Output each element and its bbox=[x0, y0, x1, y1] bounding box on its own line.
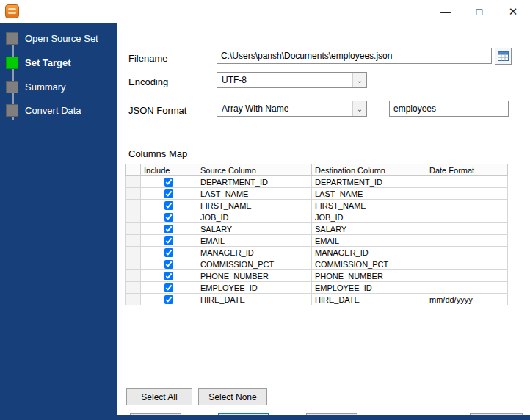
table-row: FIRST_NAMEFIRST_NAME bbox=[126, 200, 508, 211]
source-column-cell: PHONE_NUMBER bbox=[197, 270, 312, 282]
row-selector-cell[interactable] bbox=[126, 235, 141, 247]
grid-file-icon bbox=[498, 51, 509, 61]
include-checkbox[interactable] bbox=[164, 236, 173, 245]
include-cell bbox=[141, 176, 197, 188]
step-label: Convert Data bbox=[25, 105, 81, 116]
maximize-button[interactable]: □ bbox=[462, 0, 496, 23]
row-selector-cell[interactable] bbox=[126, 294, 141, 305]
include-cell bbox=[141, 294, 197, 305]
row-selector-cell[interactable] bbox=[126, 223, 141, 235]
include-checkbox[interactable] bbox=[164, 225, 173, 233]
step-square-icon-active bbox=[6, 57, 18, 69]
caption-buttons: — □ ✕ bbox=[429, 0, 530, 23]
include-checkbox[interactable] bbox=[164, 201, 173, 210]
select-none-button[interactable]: Select None bbox=[198, 388, 267, 405]
date-format-cell bbox=[426, 247, 508, 258]
destination-column-cell: LAST_NAME bbox=[312, 188, 426, 200]
sidebar-step-summary[interactable]: Summary bbox=[6, 81, 66, 93]
columns-map-title: Columns Map bbox=[128, 148, 187, 159]
include-cell bbox=[141, 211, 197, 223]
select-all-button[interactable]: Select All bbox=[126, 388, 192, 405]
columns-map-grid: IncludeSource ColumnDestination ColumnDa… bbox=[125, 164, 507, 384]
table-row: EMAILEMAIL bbox=[126, 235, 508, 247]
json-format-select[interactable]: Array With Name ⌄ bbox=[217, 101, 367, 117]
main-content: Filename C:\Users\pansh\Documents\employ… bbox=[117, 23, 530, 415]
source-column-cell: COMMISSION_PCT bbox=[197, 258, 312, 270]
sidebar-step-open-source-set[interactable]: Open Source Set bbox=[6, 32, 98, 45]
destination-column-cell: SALARY bbox=[312, 223, 426, 235]
include-checkbox[interactable] bbox=[164, 295, 173, 304]
row-selector-cell[interactable] bbox=[126, 200, 141, 211]
table-row: COMMISSION_PCTCOMMISSION_PCT bbox=[126, 258, 508, 270]
column-header[interactable]: Include bbox=[141, 164, 197, 176]
chevron-down-icon: ⌄ bbox=[352, 73, 366, 87]
source-column-cell: DEPARTMENT_ID bbox=[197, 176, 312, 188]
row-selector-cell[interactable] bbox=[126, 282, 141, 294]
date-format-cell bbox=[426, 176, 508, 188]
row-selector-cell[interactable] bbox=[126, 211, 141, 223]
include-checkbox[interactable] bbox=[164, 178, 173, 187]
table-header-row: IncludeSource ColumnDestination ColumnDa… bbox=[126, 164, 508, 176]
step-square-icon bbox=[6, 32, 18, 45]
include-checkbox[interactable] bbox=[164, 283, 173, 292]
include-checkbox[interactable] bbox=[164, 213, 173, 222]
table-row: JOB_IDJOB_ID bbox=[126, 211, 508, 223]
encoding-label: Encoding bbox=[128, 76, 168, 87]
row-selector-cell[interactable] bbox=[126, 176, 141, 188]
include-checkbox[interactable] bbox=[164, 248, 173, 257]
date-format-cell bbox=[426, 223, 508, 235]
browse-button[interactable] bbox=[495, 48, 512, 65]
destination-column-cell: PHONE_NUMBER bbox=[312, 270, 426, 282]
date-format-cell bbox=[426, 235, 508, 247]
include-checkbox[interactable] bbox=[164, 272, 173, 280]
source-column-cell: MANAGER_ID bbox=[197, 247, 312, 258]
json-format-selected-value: Array With Name bbox=[217, 104, 352, 114]
step-label: Summary bbox=[25, 82, 66, 93]
column-header[interactable]: Source Column bbox=[197, 164, 312, 176]
chevron-down-icon: ⌄ bbox=[352, 101, 366, 116]
row-selector-cell[interactable] bbox=[126, 270, 141, 282]
include-checkbox[interactable] bbox=[164, 260, 173, 269]
table-row: EMPLOYEE_IDEMPLOYEE_ID bbox=[126, 282, 508, 294]
row-selector-cell[interactable] bbox=[126, 258, 141, 270]
table-row: MANAGER_IDMANAGER_ID bbox=[126, 247, 508, 258]
table-row: HIRE_DATEHIRE_DATEmm/dd/yyyy bbox=[126, 294, 508, 305]
include-cell bbox=[141, 223, 197, 235]
include-cell bbox=[141, 235, 197, 247]
destination-column-cell: HIRE_DATE bbox=[312, 294, 426, 305]
date-format-cell bbox=[426, 188, 508, 200]
wizard-window: — □ ✕ Open Source Set Set Target Summary… bbox=[0, 0, 530, 420]
minimize-button[interactable]: — bbox=[429, 0, 462, 23]
include-checkbox[interactable] bbox=[164, 189, 173, 198]
table-row: LAST_NAMELAST_NAME bbox=[126, 188, 508, 200]
row-selector-cell[interactable] bbox=[126, 188, 141, 200]
include-cell bbox=[141, 282, 197, 294]
column-header[interactable] bbox=[126, 164, 141, 176]
columns-map-body: DEPARTMENT_IDDEPARTMENT_IDLAST_NAMELAST_… bbox=[126, 176, 508, 305]
sidebar-step-convert-data[interactable]: Convert Data bbox=[6, 104, 81, 117]
json-format-label: JSON Format bbox=[128, 105, 186, 116]
close-button[interactable]: ✕ bbox=[496, 0, 530, 23]
include-cell bbox=[141, 270, 197, 282]
include-cell bbox=[141, 247, 197, 258]
source-column-cell: FIRST_NAME bbox=[197, 200, 312, 211]
table-row: SALARYSALARY bbox=[126, 223, 508, 235]
encoding-select[interactable]: UTF-8 ⌄ bbox=[217, 72, 367, 88]
source-column-cell: JOB_ID bbox=[197, 211, 312, 223]
destination-column-cell: EMAIL bbox=[312, 235, 426, 247]
sidebar-step-set-target[interactable]: Set Target bbox=[6, 57, 71, 69]
source-column-cell: EMPLOYEE_ID bbox=[197, 282, 312, 294]
array-name-input[interactable]: employees bbox=[389, 101, 509, 117]
row-selector-cell[interactable] bbox=[126, 247, 141, 258]
titlebar: — □ ✕ bbox=[0, 0, 530, 23]
destination-column-cell: FIRST_NAME bbox=[312, 200, 426, 211]
source-column-cell: HIRE_DATE bbox=[197, 294, 312, 305]
destination-column-cell: COMMISSION_PCT bbox=[312, 258, 426, 270]
column-header[interactable]: Date Format bbox=[426, 164, 508, 176]
date-format-cell bbox=[426, 270, 508, 282]
filename-input[interactable]: C:\Users\pansh\Documents\employees.json bbox=[217, 48, 492, 64]
destination-column-cell: EMPLOYEE_ID bbox=[312, 282, 426, 294]
column-header[interactable]: Destination Column bbox=[312, 164, 426, 176]
step-square-icon bbox=[6, 104, 18, 117]
include-cell bbox=[141, 188, 197, 200]
